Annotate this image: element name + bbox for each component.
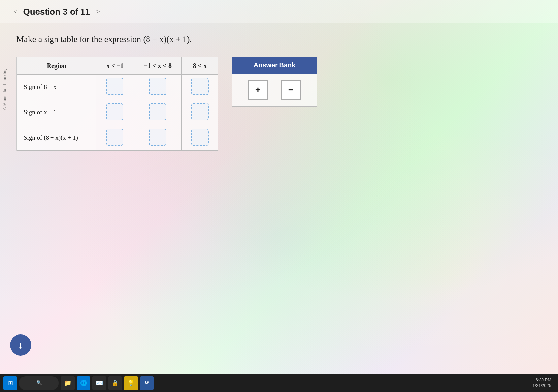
answer-token-plus[interactable]: + <box>248 80 268 100</box>
question-text: Make a sign table for the expression (8 … <box>16 33 538 45</box>
answer-bank: Answer Bank + − <box>232 57 317 107</box>
drop-cell-r1c1[interactable] <box>96 75 134 100</box>
drop-box-r3c2[interactable] <box>149 129 166 146</box>
col-header-region: Region <box>17 57 96 75</box>
drop-box-r2c3[interactable] <box>191 103 209 120</box>
edge-icon: 🌐 <box>80 379 87 387</box>
taskbar-search[interactable]: 🔍 <box>19 376 59 390</box>
drop-box-r1c3[interactable] <box>191 78 209 95</box>
drop-cell-r2c1[interactable] <box>96 100 134 125</box>
macmillan-watermark: © Macmillan Learning <box>3 68 7 110</box>
table-row: Sign of x + 1 <box>17 100 218 125</box>
word-icon: W <box>144 380 149 386</box>
taskbar-windows-button[interactable]: ⊞ <box>3 376 17 390</box>
taskbar-mail[interactable]: 📧 <box>92 376 106 390</box>
drop-cell-r1c3[interactable] <box>182 75 218 100</box>
taskbar-word[interactable]: W <box>140 376 154 390</box>
search-icon: 🔍 <box>36 380 42 386</box>
table-row: Sign of (8 − x)(x + 1) <box>17 125 218 151</box>
answer-bank-body: + − <box>232 74 317 107</box>
windows-icon: ⊞ <box>8 379 13 387</box>
taskbar: ⊞ 🔍 📁 🌐 📧 🔒 💡 W 6:30 PM 1/21/2025 <box>0 374 558 392</box>
taskbar-notification[interactable]: 💡 <box>124 376 138 390</box>
drop-cell-r3c3[interactable] <box>182 125 218 151</box>
notification-icon: 💡 <box>127 379 135 387</box>
answer-token-minus[interactable]: − <box>281 80 301 100</box>
taskbar-time-display: 6:30 PM <box>532 377 551 383</box>
drop-box-r3c3[interactable] <box>191 129 209 146</box>
drop-cell-r3c2[interactable] <box>134 125 181 151</box>
drop-box-r1c2[interactable] <box>149 78 166 95</box>
security-icon: 🔒 <box>112 379 119 387</box>
row-label-xplus1: Sign of x + 1 <box>17 100 96 125</box>
taskbar-security[interactable]: 🔒 <box>108 376 122 390</box>
sign-table: Region x < −1 −1 < x < 8 8 < x Sign of 8… <box>17 57 218 151</box>
drop-box-r2c1[interactable] <box>106 103 123 120</box>
scroll-down-button[interactable]: ↓ <box>10 334 31 356</box>
scroll-down-icon: ↓ <box>18 340 23 350</box>
table-header-row: Region x < −1 −1 < x < 8 8 < x <box>17 57 218 75</box>
table-and-bank: Region x < −1 −1 < x < 8 8 < x Sign of 8… <box>16 57 538 151</box>
col-header-region3: 8 < x <box>182 57 218 75</box>
prev-question-button[interactable]: < <box>10 6 20 17</box>
table-row: Sign of 8 − x <box>17 75 218 100</box>
main-content: Make a sign table for the expression (8 … <box>0 23 558 161</box>
drop-cell-r1c2[interactable] <box>134 75 181 100</box>
row-label-8minusx: Sign of 8 − x <box>17 75 96 100</box>
taskbar-edge[interactable]: 🌐 <box>77 376 90 390</box>
taskbar-right: 6:30 PM 1/21/2025 <box>532 377 555 389</box>
file-explorer-icon: 📁 <box>64 379 71 387</box>
answer-bank-header: Answer Bank <box>232 57 317 74</box>
drop-cell-r2c2[interactable] <box>134 100 181 125</box>
drop-box-r1c1[interactable] <box>106 78 123 95</box>
top-nav: < Question 3 of 11 > <box>0 0 558 23</box>
taskbar-file-explorer[interactable]: 📁 <box>61 376 75 390</box>
col-header-region1: x < −1 <box>96 57 134 75</box>
drop-box-r2c2[interactable] <box>149 103 166 120</box>
row-label-product: Sign of (8 − x)(x + 1) <box>17 125 96 151</box>
drop-box-r3c1[interactable] <box>106 129 123 146</box>
sign-table-container: Region x < −1 −1 < x < 8 8 < x Sign of 8… <box>16 57 218 151</box>
drop-cell-r3c1[interactable] <box>96 125 134 151</box>
next-question-button[interactable]: > <box>93 6 103 17</box>
mail-icon: 📧 <box>96 379 103 387</box>
drop-cell-r2c3[interactable] <box>182 100 218 125</box>
taskbar-date-display: 1/21/2025 <box>532 383 551 389</box>
col-header-region2: −1 < x < 8 <box>134 57 181 75</box>
taskbar-clock: 6:30 PM 1/21/2025 <box>532 377 551 389</box>
left-watermark: © Macmillan Learning <box>0 40 9 138</box>
question-counter: Question 3 of 11 <box>23 7 90 17</box>
page-wrapper: < Question 3 of 11 > © Macmillan Learnin… <box>0 0 558 392</box>
